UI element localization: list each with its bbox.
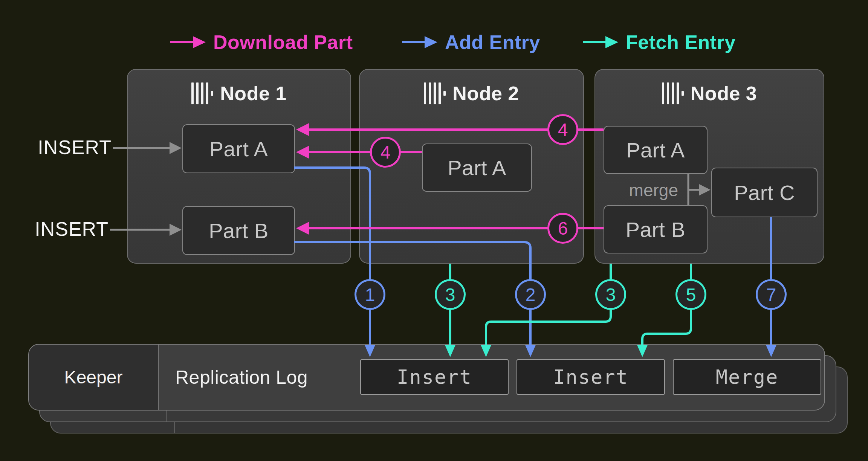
step-badge-6: 6 — [547, 213, 578, 244]
legend-label-add-entry: Add Entry — [445, 31, 540, 53]
insert-op-label-2: INSERT — [18, 218, 108, 240]
node2-part-a-box: Part A — [422, 143, 532, 192]
step-badge-3b: 3 — [595, 279, 626, 310]
node1-part-b-box: Part B — [182, 206, 295, 255]
node3-part-c-box: Part C — [711, 168, 818, 217]
step-badge-2: 2 — [515, 279, 546, 310]
step-badge-4a: 4 — [547, 114, 578, 145]
node1-part-a-box: Part A — [182, 124, 295, 173]
step-badge-5: 5 — [675, 279, 706, 310]
node3-part-b-box: Part B — [604, 205, 708, 253]
insert-op-label-1: INSERT — [21, 136, 112, 159]
download-part-arrow-icon — [170, 35, 207, 49]
replication-diagram: Download Part Add Entry Fetch Entry INSE… — [0, 0, 868, 461]
legend-item-fetch-entry: Fetch Entry — [582, 32, 736, 53]
keeper-label: Keeper — [29, 345, 159, 410]
step-badge-3a: 3 — [435, 279, 466, 310]
node-1-title-label: Node 1 — [220, 82, 286, 105]
node-2-title: Node 2 — [360, 82, 583, 105]
fetch-entry-wire-3b — [481, 264, 611, 357]
legend-item-download-part: Download Part — [170, 32, 353, 53]
clickhouse-icon — [191, 82, 213, 104]
step-badge-4b: 4 — [370, 137, 401, 168]
node-1-title: Node 1 — [128, 82, 350, 105]
fetch-entry-arrow-icon — [582, 35, 620, 49]
step-badge-7: 7 — [756, 279, 787, 310]
node-3-title-label: Node 3 — [691, 82, 757, 105]
legend-item-add-entry: Add Entry — [401, 32, 540, 53]
legend-label-download-part: Download Part — [213, 31, 353, 53]
log-entry-insert-1: Insert — [360, 359, 509, 395]
log-entry-merge: Merge — [673, 359, 821, 395]
clickhouse-icon — [662, 82, 684, 104]
node-3-title: Node 3 — [595, 82, 824, 105]
fetch-entry-wire-3a — [445, 264, 455, 357]
clickhouse-icon — [424, 82, 446, 104]
node3-part-a-box: Part A — [604, 126, 708, 174]
node-2-title-label: Node 2 — [452, 82, 519, 105]
log-entry-insert-2: Insert — [517, 359, 665, 395]
legend-label-fetch-entry: Fetch Entry — [626, 31, 736, 53]
add-entry-arrow-icon — [401, 35, 439, 49]
merge-label: merge — [603, 180, 678, 200]
fetch-entry-wire-5 — [637, 264, 691, 357]
step-badge-1: 1 — [355, 279, 385, 310]
replication-log-title: Replication Log — [159, 345, 308, 410]
